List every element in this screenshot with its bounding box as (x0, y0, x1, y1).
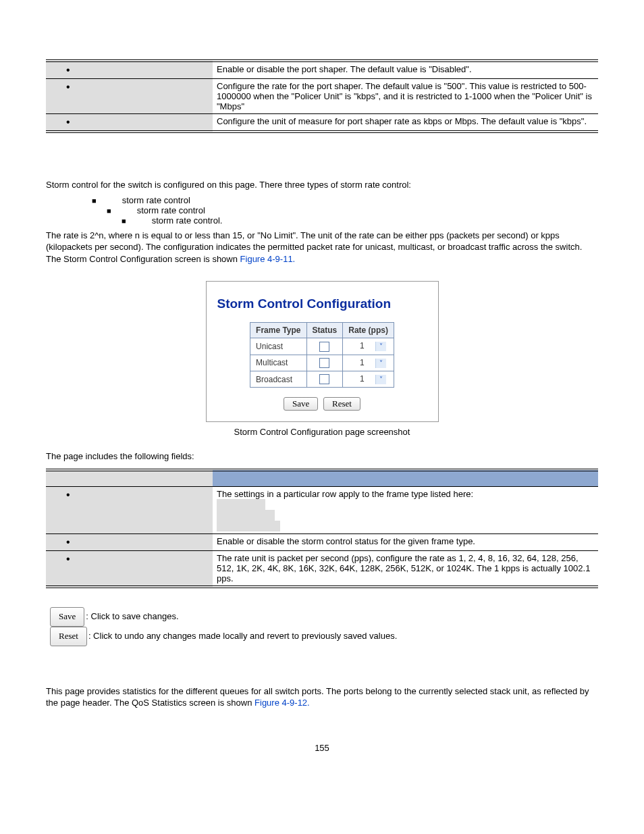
param-desc-cell: Enable or disable the storm control stat… (213, 534, 598, 551)
storm-config-screenshot: Storm Control Configuration Frame Type S… (206, 281, 439, 422)
rate-cell: 1˅ (343, 371, 394, 387)
rate-cell: 1˅ (343, 355, 394, 371)
checkbox[interactable] (319, 342, 329, 352)
status-cell (306, 355, 343, 371)
rate-value: 1 (348, 374, 375, 384)
frame-type-cell: Broadcast (250, 371, 306, 387)
chevron-down-icon[interactable]: ˅ (375, 375, 386, 384)
storm-type-list: storm rate control storm rate control st… (46, 195, 598, 226)
table-row: Multicast 1˅ (250, 355, 394, 371)
storm-type-item: storm rate control (46, 205, 598, 215)
fields-intro: The page includes the following fields: (46, 450, 598, 463)
qos-stats-text: This page provides statistics for the di… (46, 686, 589, 708)
storm-intro-text: Storm control for the switch is configur… (46, 179, 598, 191)
button-explanation: Save: Click to save changes. Reset: Clic… (46, 607, 598, 646)
shaper-object-cell (46, 61, 213, 79)
description-header (213, 470, 598, 487)
save-button[interactable]: Save (50, 607, 84, 627)
shaper-desc-cell: Configure the rate for the port shaper. … (213, 79, 598, 114)
col-frame-type: Frame Type (250, 323, 306, 338)
port-shaper-table: Enable or disable the port shaper. The d… (46, 59, 598, 133)
checkbox[interactable] (319, 374, 329, 384)
rate-value: 1 (348, 341, 375, 350)
storm-params-table: The settings in a particular row apply t… (46, 469, 598, 588)
param-object-cell (46, 534, 213, 551)
figure-caption: Storm Control Configuration page screens… (46, 426, 598, 438)
param-object-cell (46, 487, 213, 534)
reset-explain-text: : Click to undo any changes made locally… (88, 631, 397, 641)
storm-rate-paragraph: The rate is 2^n, where n is equal to or … (46, 230, 598, 265)
figure-link[interactable]: Figure 4-9-11. (240, 254, 296, 264)
frame-type-cell: Unicast (250, 338, 306, 355)
figure-link[interactable]: Figure 4-9-12. (254, 698, 310, 708)
rate-cell: 1˅ (343, 338, 394, 355)
col-status: Status (306, 323, 343, 338)
checkbox[interactable] (319, 358, 329, 368)
table-row: Unicast 1˅ (250, 338, 394, 355)
reset-button[interactable]: Reset (323, 397, 360, 411)
frame-type-placeholder (217, 521, 280, 531)
frame-type-placeholder (217, 499, 265, 510)
save-button[interactable]: Save (284, 397, 318, 411)
shaper-desc-cell: Configure the unit of measure for port s… (213, 114, 598, 132)
frame-type-cell: Multicast (250, 355, 306, 371)
param-object-cell (46, 551, 213, 588)
rate-value: 1 (348, 358, 375, 367)
page-number: 155 (46, 743, 598, 753)
storm-type-item: storm rate control. (46, 215, 598, 226)
reset-button[interactable]: Reset (50, 627, 87, 646)
screenshot-title: Storm Control Configuration (217, 296, 427, 311)
storm-type-item: storm rate control (46, 195, 598, 205)
param-desc-cell: The settings in a particular row apply t… (213, 487, 598, 534)
object-header (46, 470, 213, 487)
status-cell (306, 338, 343, 355)
qos-stats-paragraph: This page provides statistics for the di… (46, 685, 598, 709)
param-desc-text: The settings in a particular row apply t… (217, 489, 473, 499)
storm-config-table: Frame Type Status Rate (pps) Unicast 1˅ … (250, 322, 394, 388)
param-desc-cell: The rate unit is packet per second (pps)… (213, 551, 598, 588)
table-row: Broadcast 1˅ (250, 371, 394, 387)
storm-rate-text: The rate is 2^n, where n is equal to or … (46, 230, 582, 264)
shaper-desc-cell: Enable or disable the port shaper. The d… (213, 61, 598, 79)
chevron-down-icon[interactable]: ˅ (375, 359, 386, 368)
col-rate: Rate (pps) (343, 323, 394, 338)
status-cell (306, 371, 343, 387)
frame-type-placeholder (217, 510, 275, 521)
save-explain-text: : Click to save changes. (86, 611, 178, 621)
chevron-down-icon[interactable]: ˅ (375, 342, 386, 351)
shaper-object-cell (46, 79, 213, 114)
shaper-object-cell (46, 114, 213, 132)
